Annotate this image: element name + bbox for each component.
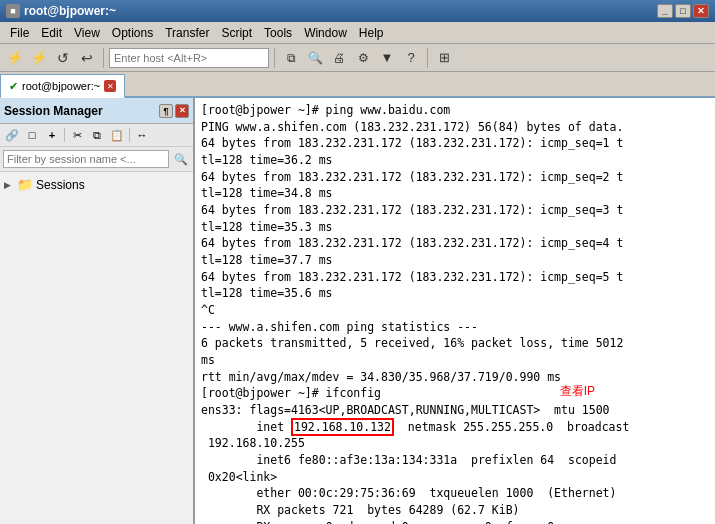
- session-tb-sep2: [129, 128, 130, 142]
- toolbar-back[interactable]: ↩: [76, 47, 98, 69]
- tab-close-button[interactable]: ✕: [104, 80, 116, 92]
- session-tb-sep1: [64, 128, 65, 142]
- close-button[interactable]: ✕: [693, 4, 709, 18]
- session-add-button[interactable]: +: [43, 126, 61, 144]
- terminal-pane[interactable]: [root@bjpower ~]# ping www.baidu.com PIN…: [195, 98, 715, 524]
- session-paste-button[interactable]: 📋: [108, 126, 126, 144]
- folder-icon: 📁: [17, 177, 33, 192]
- menu-tools[interactable]: Tools: [258, 24, 298, 42]
- session-header: Session Manager ¶ ✕: [0, 98, 193, 124]
- toolbar-lightning1[interactable]: ⚡: [4, 47, 26, 69]
- tab-bar: ✔ root@bjpower:~ ✕: [0, 72, 715, 98]
- title-bar-buttons: _ □ ✕: [657, 4, 709, 18]
- toolbar-filter[interactable]: ▼: [376, 47, 398, 69]
- title-bar: ■ root@bjpower:~ _ □ ✕: [0, 0, 715, 22]
- toolbar-question[interactable]: ?: [400, 47, 422, 69]
- menu-bar: File Edit View Options Transfer Script T…: [0, 22, 715, 44]
- toolbar: ⚡ ⚡ ↺ ↩ ⧉ 🔍 🖨 ⚙ ▼ ? ⊞: [0, 44, 715, 72]
- menu-window[interactable]: Window: [298, 24, 353, 42]
- tree-sessions-label: Sessions: [36, 178, 85, 192]
- app-icon: ■: [6, 4, 20, 18]
- annotation-container: 查看IP: [560, 383, 595, 401]
- session-header-buttons: ¶ ✕: [159, 104, 189, 118]
- toolbar-copy[interactable]: ⧉: [280, 47, 302, 69]
- session-copy-button[interactable]: ⧉: [88, 126, 106, 144]
- session-panel: Session Manager ¶ ✕ 🔗 □ + ✂ ⧉ 📋 ↔ 🔍 ▶ 📁: [0, 98, 195, 524]
- session-manager-title: Session Manager: [4, 104, 103, 118]
- session-filter-input[interactable]: [3, 150, 169, 168]
- tab-check-icon: ✔: [9, 80, 18, 93]
- maximize-button[interactable]: □: [675, 4, 691, 18]
- host-input[interactable]: [109, 48, 269, 68]
- title-bar-text: root@bjpower:~: [24, 4, 116, 18]
- menu-options[interactable]: Options: [106, 24, 159, 42]
- filter-box: 🔍: [0, 147, 193, 172]
- toolbar-lightning2[interactable]: ⚡: [28, 47, 50, 69]
- tree-arrow-icon: ▶: [4, 180, 14, 190]
- session-toolbar: 🔗 □ + ✂ ⧉ 📋 ↔: [0, 124, 193, 147]
- terminal-output: [root@bjpower ~]# ping www.baidu.com PIN…: [201, 102, 709, 524]
- session-pin-button[interactable]: ¶: [159, 104, 173, 118]
- session-box-button[interactable]: □: [23, 126, 41, 144]
- toolbar-grid[interactable]: ⊞: [433, 47, 455, 69]
- menu-view[interactable]: View: [68, 24, 106, 42]
- ip-annotation-text: 查看IP: [560, 384, 595, 398]
- menu-help[interactable]: Help: [353, 24, 390, 42]
- session-cut-button[interactable]: ✂: [68, 126, 86, 144]
- menu-script[interactable]: Script: [215, 24, 258, 42]
- toolbar-search[interactable]: 🔍: [304, 47, 326, 69]
- toolbar-print[interactable]: 🖨: [328, 47, 350, 69]
- tab-label: root@bjpower:~: [22, 80, 100, 92]
- toolbar-separator-3: [427, 48, 428, 68]
- tab-root-bjpower[interactable]: ✔ root@bjpower:~ ✕: [0, 74, 125, 98]
- minimize-button[interactable]: _: [657, 4, 673, 18]
- session-close-button[interactable]: ✕: [175, 104, 189, 118]
- menu-edit[interactable]: Edit: [35, 24, 68, 42]
- ip-highlight-box: 192.168.10.132: [291, 418, 394, 436]
- session-tree: ▶ 📁 Sessions: [0, 172, 193, 524]
- content-wrapper: Session Manager ¶ ✕ 🔗 □ + ✂ ⧉ 📋 ↔ 🔍 ▶ 📁: [0, 98, 715, 524]
- toolbar-separator-1: [103, 48, 104, 68]
- session-expand-button[interactable]: ↔: [133, 126, 151, 144]
- toolbar-separator-2: [274, 48, 275, 68]
- toolbar-refresh[interactable]: ↺: [52, 47, 74, 69]
- filter-search-button[interactable]: 🔍: [172, 150, 190, 168]
- menu-file[interactable]: File: [4, 24, 35, 42]
- session-link-button[interactable]: 🔗: [3, 126, 21, 144]
- tree-sessions-item[interactable]: ▶ 📁 Sessions: [0, 175, 193, 194]
- toolbar-settings[interactable]: ⚙: [352, 47, 374, 69]
- menu-transfer[interactable]: Transfer: [159, 24, 215, 42]
